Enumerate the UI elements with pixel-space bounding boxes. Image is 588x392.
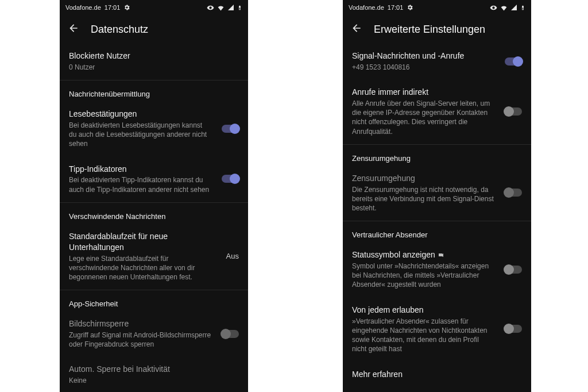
wifi-icon [217,4,225,11]
default-timer-title: Standardablaufzeit für neue Unterhaltung… [69,231,211,253]
relay-calls-title: Anrufe immer indirekt [352,87,494,98]
section-messages: Nachrichtenübermittlung [60,80,248,102]
status-symbol-desc: Symbol unter »Nachrichtendetails« anzeig… [352,262,494,290]
back-icon[interactable] [351,22,362,36]
sealed-sender-icon [438,249,444,260]
allow-anyone-title: Von jedem erlauben [352,305,494,316]
read-receipts-toggle[interactable] [222,125,239,133]
gear-icon [407,4,413,11]
blocked-users-row[interactable]: Blockierte Nutzer 0 Nutzer [60,44,248,80]
censorship-toggle [505,189,522,197]
signal-messages-number: +49 1523 1040816 [352,63,494,72]
advanced-settings-screen: Vodafone.de 17:01 Erweiterte Einstellung… [343,0,531,392]
allow-anyone-toggle[interactable] [505,325,522,333]
status-symbol-toggle[interactable] [505,266,522,274]
carrier-label: Vodafone.de [65,4,101,11]
signal-messages-toggle[interactable] [505,57,522,66]
default-timer-desc: Lege eine Standardablaufzeit für verschw… [69,254,211,282]
screen-lock-title: Bildschirmsperre [69,318,211,329]
title-bar: Datenschutz [60,15,248,44]
relay-calls-toggle[interactable] [505,107,522,116]
page-title: Erweiterte Einstellungen [374,24,485,36]
typing-indicators-toggle[interactable] [222,175,239,183]
auto-lock-row[interactable]: Autom. Sperre bei Inaktivität Keine [60,357,248,392]
gear-icon [123,4,130,11]
section-app-security: App-Sicherheit [60,290,248,312]
status-symbol-title: Statussymbol anzeigen [352,249,494,260]
signal-messages-title: Signal-Nachrichten und -Anrufe [352,51,494,62]
battery-icon [237,4,242,11]
signal-icon [510,4,517,11]
auto-lock-value: Keine [69,376,239,385]
screen-lock-toggle[interactable] [222,330,239,338]
relay-calls-row[interactable]: Anrufe immer indirekt Alle Anrufe über d… [343,80,531,144]
allow-anyone-row[interactable]: Von jedem erlauben »Vertraulicher Absend… [343,298,531,362]
allow-anyone-desc: »Vertraulicher Absender« zulassen für ei… [352,317,494,354]
blocked-users-title: Blockierte Nutzer [69,51,239,62]
read-receipts-row[interactable]: Lesebestätigungen Bei deaktivierten Lese… [60,102,248,156]
back-icon[interactable] [68,22,79,36]
default-timer-value: Aus [226,252,239,260]
censorship-title: Zensurumgehung [352,173,494,184]
section-disappearing: Verschwindende Nachrichten [60,203,248,224]
page-title: Datenschutz [91,24,148,36]
censorship-desc: Die Zensurumgehung ist nicht notwendig, … [352,185,494,213]
status-bar: Vodafone.de 17:01 [60,0,248,15]
blocked-users-count: 0 Nutzer [69,63,239,72]
typing-indicators-title: Tipp-Indikatoren [69,164,211,175]
read-receipts-title: Lesebestätigungen [69,109,211,120]
battery-icon [520,4,525,11]
screen-lock-row[interactable]: Bildschirmsperre Zugriff auf Signal mit … [60,312,248,357]
clock-label: 17:01 [105,4,121,11]
status-symbol-row[interactable]: Statussymbol anzeigen Symbol unter »Nach… [343,243,531,297]
section-censorship: Zensurumgehung [343,145,531,166]
wifi-icon [500,4,508,11]
learn-more-link[interactable]: Mehr erfahren [343,362,531,387]
signal-icon [227,4,234,11]
section-sealed-sender: Vertraulicher Absender [343,221,531,243]
carrier-label: Vodafone.de [349,4,384,11]
eye-icon [207,4,214,11]
auto-lock-title: Autom. Sperre bei Inaktivität [69,364,239,375]
title-bar: Erweiterte Einstellungen [343,15,531,44]
privacy-settings-screen: Vodafone.de 17:01 Datenschutz [60,0,248,392]
censorship-row: Zensurumgehung Die Zensurumgehung ist ni… [343,166,531,221]
signal-messages-row[interactable]: Signal-Nachrichten und -Anrufe +49 1523 … [343,44,531,80]
clock-label: 17:01 [388,4,404,11]
screen-lock-desc: Zugriff auf Signal mit Android-Bildschir… [69,330,211,349]
eye-icon [490,4,497,11]
relay-calls-desc: Alle Anrufe über den Signal-Server leite… [352,99,494,136]
typing-indicators-desc: Bei deaktivierten Tipp-Indikatoren kanns… [69,175,211,194]
read-receipts-desc: Bei deaktivierten Lesebestätigungen kann… [69,121,211,149]
typing-indicators-row[interactable]: Tipp-Indikatoren Bei deaktivierten Tipp-… [60,157,248,202]
default-timer-row[interactable]: Standardablaufzeit für neue Unterhaltung… [60,224,248,290]
status-bar: Vodafone.de 17:01 [343,0,531,15]
